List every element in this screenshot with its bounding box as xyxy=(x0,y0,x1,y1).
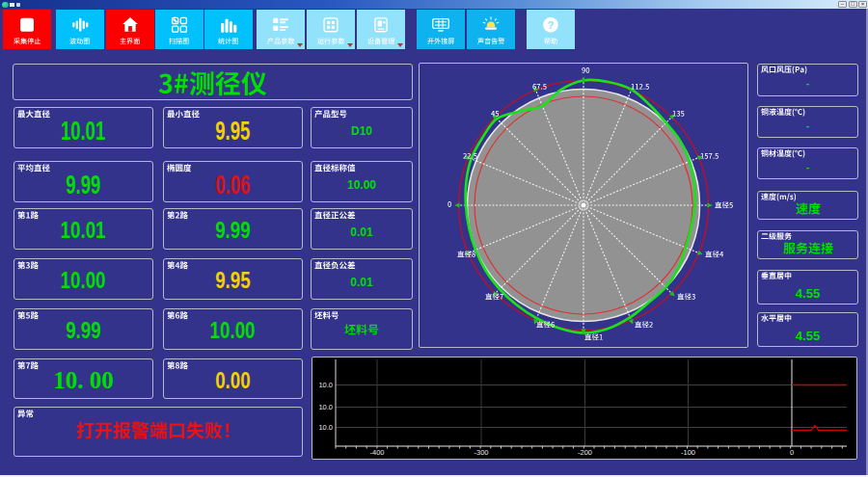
svg-text:-300: -300 xyxy=(474,448,488,457)
svg-text:-200: -200 xyxy=(578,448,592,457)
svg-text:?: ? xyxy=(548,18,555,30)
svg-text:10.0: 10.0 xyxy=(318,403,333,411)
svg-text:10.0: 10.0 xyxy=(318,381,333,389)
svg-text:-400: -400 xyxy=(369,448,384,457)
svg-text:-100: -100 xyxy=(681,448,695,457)
svg-text:10.0: 10.0 xyxy=(318,423,333,432)
svg-text:0: 0 xyxy=(790,448,794,457)
